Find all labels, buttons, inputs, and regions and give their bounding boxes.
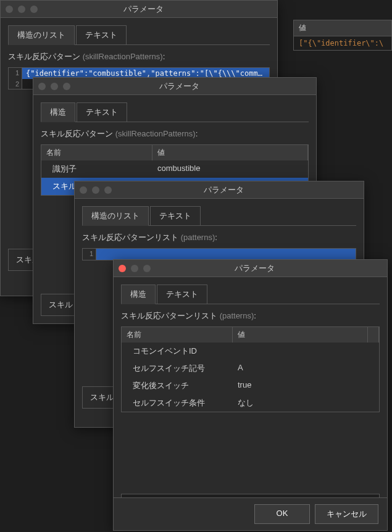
table-row[interactable]: セルフスイッチ条件なし [122,394,379,412]
param-table: 名前 値 コモンイベントIDセルフスイッチ記号A変化後スイッチtrueセルフスイ… [121,326,380,412]
titlebar[interactable]: パラメータ [75,181,364,199]
table-row[interactable]: コモンイベントID [122,343,379,360]
cancel-button[interactable]: キャンセル [315,504,378,524]
cell-name: セルフスイッチ記号 [122,362,233,375]
line-number: 1 [83,249,96,260]
background-table-fragment: 値 ["{\"identifier\":\ [293,20,392,51]
tabs: 構造のリスト テキスト [82,206,356,226]
traffic-lights [6,6,38,13]
tab-text[interactable]: テキスト [77,102,127,122]
minimize-icon[interactable] [92,186,99,194]
dialog-4: パラメータ 構造 テキスト スキル反応パターンリスト (patterns): 名… [113,259,388,531]
tab-text[interactable]: テキスト [157,285,207,304]
code-editor[interactable]: 1 [82,248,356,260]
code-line-1[interactable] [96,249,356,260]
zoom-icon[interactable] [30,6,38,13]
titlebar[interactable]: パラメータ [1,1,277,18]
bg-th-value: 値 [293,20,392,36]
dialog-title: パラメータ [45,4,241,15]
dialog-title: パラメータ [158,263,351,274]
section-label: スキル反応パターン (skillReactionPatterns): [41,128,309,139]
minimize-icon[interactable] [131,265,138,272]
dialog-title: パラメータ [78,81,280,92]
tab-struct[interactable]: 構造 [41,102,75,122]
close-icon[interactable] [6,6,13,13]
cell-value: なし [233,396,379,410]
cell-name: 識別子 [41,162,152,176]
traffic-lights [119,265,151,272]
tab-text[interactable]: テキスト [76,25,127,44]
ok-button[interactable]: OK [254,504,310,524]
tabs: 構造のリスト テキスト [8,25,270,45]
tabs: 構造 テキスト [121,285,380,304]
cell-value: A [233,362,379,375]
titlebar[interactable]: パラメータ [114,260,387,277]
bg-value-cell: ["{\"identifier\":\ [293,36,392,51]
th-value[interactable]: 値 [152,145,308,160]
tab-text[interactable]: テキスト [150,206,201,225]
th-spacer [368,327,379,343]
titlebar[interactable]: パラメータ [33,78,316,95]
table-row[interactable]: 識別子 combustible [41,160,308,178]
table-row[interactable]: セルフスイッチ記号A [122,360,379,377]
line-number: 1 [9,68,22,79]
cell-name: コモンイベントID [122,344,233,358]
cell-value [233,344,379,358]
th-name[interactable]: 名前 [122,327,233,343]
zoom-icon[interactable] [104,186,112,194]
tab-struct-list[interactable]: 構造のリスト [82,206,149,226]
zoom-icon[interactable] [143,265,151,272]
section-label: スキル反応パターンリスト (patterns): [82,232,356,243]
section-label: スキル反応パターン (skillReactionPatterns): [8,51,270,62]
table-header: 名前 値 [122,327,379,343]
traffic-lights [38,83,70,90]
zoom-icon[interactable] [63,83,70,90]
tab-struct[interactable]: 構造 [121,285,156,304]
traffic-lights [80,186,112,194]
close-icon[interactable] [80,186,87,194]
tab-struct-list[interactable]: 構造のリスト [8,25,75,45]
dialog-title: パラメータ [119,185,328,196]
section-label: スキル反応パターンリスト (patterns): [121,310,380,322]
close-icon[interactable] [38,83,46,90]
line-number: 2 [9,79,22,89]
button-row: OK キャンセル [114,497,387,530]
minimize-icon[interactable] [51,83,58,90]
cell-value: true [233,379,379,393]
cell-name: セルフスイッチ条件 [122,396,233,410]
close-icon[interactable] [119,265,126,272]
minimize-icon[interactable] [18,6,25,13]
table-row[interactable]: 変化後スイッチtrue [122,377,379,394]
cell-name: 変化後スイッチ [122,379,233,393]
table-header: 名前 値 [41,145,308,160]
th-value[interactable]: 値 [233,327,368,343]
cell-value: combustible [152,162,308,176]
tabs: 構造 テキスト [41,102,309,122]
th-name[interactable]: 名前 [41,145,152,160]
